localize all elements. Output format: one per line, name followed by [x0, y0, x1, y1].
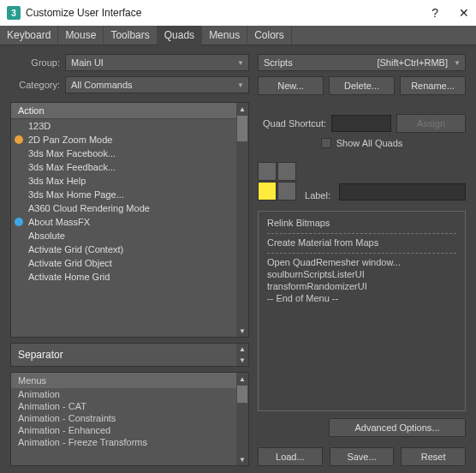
group-label: Group:	[10, 57, 60, 68]
menus-list[interactable]: Menus AnimationAnimation - CATAnimation …	[10, 372, 249, 466]
quad-menu-item[interactable]: soulburnScriptsListerUI	[267, 268, 456, 280]
quad-cell-2[interactable]	[258, 182, 277, 201]
checkbox-icon	[321, 138, 331, 148]
save-button[interactable]: Save...	[330, 447, 395, 466]
action-item[interactable]: A360 Cloud Rendering Mode	[11, 201, 248, 215]
titlebar: 3 Customize User Interface ? ✕	[0, 0, 476, 26]
action-item[interactable]: 123D	[11, 119, 248, 133]
scroll-thumb[interactable]	[237, 116, 247, 141]
category-label: Category:	[10, 80, 60, 90]
load-button[interactable]: Load...	[258, 447, 323, 466]
menus-scrollbar[interactable]: ▲ ▼	[236, 373, 248, 465]
scroll-down-icon[interactable]: ▼	[236, 325, 248, 337]
separator-box[interactable]: Separator ▲▼	[10, 343, 249, 367]
scroll-up-icon[interactable]: ▲	[236, 103, 248, 115]
quad-cell-3[interactable]	[277, 182, 296, 201]
shortcut-label: Quad Shortcut:	[258, 118, 326, 129]
quad-menu-item[interactable]: Create Material from Maps	[267, 236, 456, 248]
action-item[interactable]: 3ds Max Home Page...	[11, 188, 248, 201]
quad-grid	[258, 162, 296, 201]
scroll-up-icon[interactable]: ▲	[236, 344, 248, 355]
group-dropdown[interactable]: Main UI	[65, 54, 249, 71]
action-item[interactable]: About MassFX	[11, 215, 248, 229]
help-button[interactable]: ?	[431, 6, 438, 20]
quad-cell-1[interactable]	[277, 162, 296, 181]
action-item[interactable]: Activate Grid Object	[11, 256, 248, 270]
menu-item[interactable]: Animation - Freeze Transforms	[11, 436, 248, 448]
tab-quads[interactable]: Quads	[158, 26, 202, 45]
action-item[interactable]: 2D Pan Zoom Mode	[11, 133, 248, 147]
label-input[interactable]	[339, 183, 466, 201]
action-item[interactable]: Activate Grid (Context)	[11, 242, 248, 256]
action-scrollbar[interactable]: ▲ ▼	[236, 103, 248, 337]
scroll-thumb[interactable]	[237, 386, 247, 403]
quad-menu-item[interactable]: -- End of Menu --	[267, 292, 456, 304]
action-header: Action	[11, 103, 248, 119]
scroll-down-icon[interactable]: ▼	[236, 453, 248, 465]
assign-button[interactable]: Assign	[396, 114, 466, 133]
action-item[interactable]: 3ds Max Feedback...	[11, 160, 248, 174]
reset-button[interactable]: Reset	[401, 447, 466, 466]
advanced-options-button[interactable]: Advanced Options...	[329, 418, 466, 437]
menu-item[interactable]: Animation - Constraints	[11, 412, 248, 424]
quad-menu-item[interactable]: Relink Bitmaps	[267, 217, 456, 229]
tabs: Keyboard Mouse Toolbars Quads Menus Colo…	[0, 26, 476, 45]
action-item[interactable]: Activate Home Grid	[11, 270, 248, 284]
category-dropdown[interactable]: All Commands	[65, 76, 249, 93]
menu-separator	[267, 231, 456, 234]
rename-button[interactable]: Rename...	[400, 76, 466, 95]
quad-cell-0[interactable]	[258, 162, 277, 181]
menu-item[interactable]: Animation - CAT	[11, 400, 248, 412]
menu-item[interactable]: Animation	[11, 388, 248, 400]
menu-separator	[267, 251, 456, 254]
delete-button[interactable]: Delete...	[329, 76, 395, 95]
separator-label: Separator	[18, 349, 63, 361]
quad-menu-item[interactable]: transformRandomizerUI	[267, 280, 456, 292]
quad-menu-item[interactable]: Open QuadRemesher window...	[267, 256, 456, 268]
action-item[interactable]: Absolute	[11, 229, 248, 242]
menus-header: Menus	[11, 373, 248, 388]
tab-toolbars[interactable]: Toolbars	[104, 26, 157, 45]
action-item[interactable]: 3ds Max Help	[11, 174, 248, 188]
shortcut-input[interactable]	[331, 115, 391, 132]
scroll-up-icon[interactable]: ▲	[236, 373, 248, 385]
window-title: Customize User Interface	[26, 7, 431, 19]
tab-mouse[interactable]: Mouse	[58, 26, 104, 45]
label-label: Label:	[305, 190, 330, 201]
tab-keyboard[interactable]: Keyboard	[0, 26, 58, 45]
tab-menus[interactable]: Menus	[202, 26, 247, 45]
menu-item[interactable]: Animation - Enhanced	[11, 424, 248, 436]
new-button[interactable]: New...	[258, 76, 324, 95]
quad-set-dropdown[interactable]: Scripts [Shift+Ctrl+RMB]	[258, 54, 466, 71]
close-button[interactable]: ✕	[459, 6, 469, 20]
app-icon: 3	[7, 6, 21, 20]
show-all-checkbox[interactable]: Show All Quads	[321, 138, 403, 148]
tab-colors[interactable]: Colors	[247, 26, 292, 45]
quad-menu-list[interactable]: Relink BitmapsCreate Material from MapsO…	[258, 211, 466, 411]
scroll-down-icon[interactable]: ▼	[236, 355, 248, 366]
action-item[interactable]: 3ds Max Facebook...	[11, 147, 248, 160]
action-list[interactable]: Action 123D2D Pan Zoom Mode3ds Max Faceb…	[10, 102, 249, 338]
